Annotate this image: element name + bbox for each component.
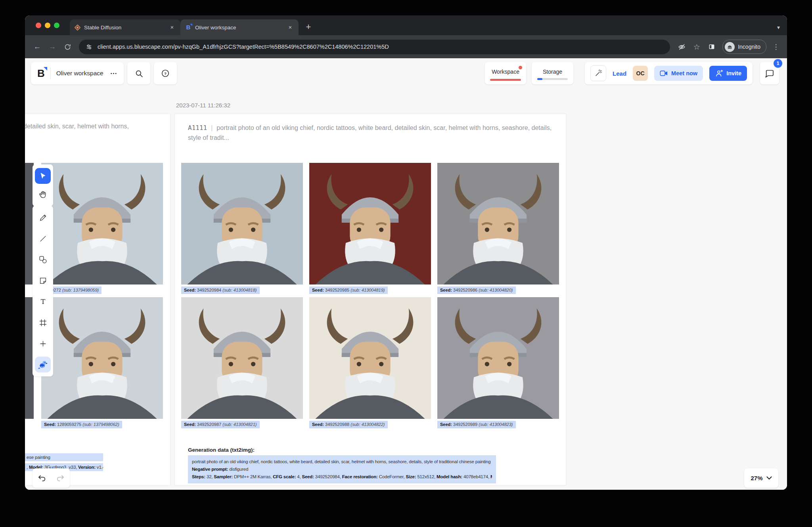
line-tool[interactable]	[35, 231, 51, 246]
pencil-icon	[38, 213, 48, 222]
incognito-badge[interactable]: Incognito	[722, 40, 766, 54]
left-card-title-fragment: detailed skin, scar, helmet with horns,	[25, 123, 129, 130]
zoom-control[interactable]: 27%	[744, 468, 778, 488]
tab-storage[interactable]: Storage	[532, 62, 573, 84]
generated-image[interactable]	[309, 297, 431, 419]
generated-image[interactable]	[41, 163, 163, 285]
seed-label[interactable]: Seed: 3492520989 (sub: 413004823)	[437, 421, 516, 428]
hand-icon	[38, 190, 48, 200]
help-button[interactable]: ?	[154, 62, 177, 84]
select-tool[interactable]	[35, 168, 51, 184]
workspace-name: Oliver workspace	[56, 70, 103, 77]
text-icon: T	[38, 297, 48, 306]
avatar[interactable]: OC	[633, 66, 648, 81]
browser-menu-icon[interactable]: ⋮	[770, 43, 781, 51]
seed-label[interactable]: Seed: 3492520986 (sub: 413004820)	[437, 286, 516, 294]
search-icon	[134, 69, 144, 78]
back-button[interactable]: ←	[31, 40, 44, 53]
shapes-icon	[38, 255, 48, 264]
seed-label[interactable]: Seed: 3492520988 (sub: 413004822)	[309, 421, 388, 428]
tab-workspace[interactable]: Workspace	[485, 62, 526, 84]
new-tab-button[interactable]: +	[303, 21, 314, 33]
pen-tool[interactable]	[35, 210, 51, 225]
viking-portrait-image	[181, 297, 303, 419]
close-window-button[interactable]	[36, 23, 41, 28]
comments-count-badge: 1	[774, 59, 782, 68]
svg-text:?: ?	[164, 71, 167, 76]
generation-data-block[interactable]: portrait photo of an old viking chief, n…	[188, 455, 496, 483]
main-generation-card[interactable]: A1111|portrait photo of an old viking ch…	[175, 114, 566, 485]
sticky-note-tool[interactable]	[35, 273, 51, 288]
collaboration-toolbar: Lead OC Meet now	[585, 62, 753, 84]
undo-button[interactable]	[37, 474, 47, 483]
screenshot-root: Stable Diffusion × B Oliver workspace × …	[0, 0, 812, 527]
workspace-switcher[interactable]: B Oliver workspace •••	[31, 62, 124, 84]
bluescape-logo: B	[37, 68, 45, 78]
seed-label[interactable]: Seed: 3492520984 (sub: 413004818)	[181, 286, 260, 294]
ai-assistant-tool[interactable]	[35, 357, 51, 372]
comments-button[interactable]: 1	[760, 62, 779, 84]
line-icon	[38, 234, 48, 243]
zoom-window-button[interactable]	[54, 23, 59, 28]
tab-stable-diffusion[interactable]: Stable Diffusion ×	[70, 19, 180, 35]
storage-tab-label: Storage	[543, 69, 562, 75]
frame-tool[interactable]	[35, 315, 51, 330]
generated-image[interactable]	[41, 297, 163, 419]
zoom-level: 27%	[751, 475, 762, 481]
text-tool[interactable]: T	[35, 294, 51, 309]
generated-image[interactable]	[437, 163, 559, 285]
meet-now-button[interactable]: Meet now	[654, 66, 703, 81]
bluescape-app: B Oliver workspace •••	[25, 58, 787, 490]
tab-title: Stable Diffusion	[84, 25, 165, 31]
incognito-icon	[725, 42, 735, 52]
generation-data-fragment: ese painting	[25, 453, 103, 461]
generated-image[interactable]	[181, 163, 303, 285]
add-tool[interactable]	[35, 336, 51, 351]
seed-label[interactable]: Seed: 3492520987 (sub: 413004821)	[181, 421, 260, 428]
address-bar[interactable]: client.apps.us.bluescape.com/pv-hzqGb_A1…	[79, 40, 670, 54]
cursor-icon	[38, 172, 47, 180]
minimize-window-button[interactable]	[45, 23, 50, 28]
search-button[interactable]	[127, 62, 150, 84]
notification-dot	[519, 66, 522, 69]
viking-portrait-image	[309, 297, 431, 419]
reload-button[interactable]	[61, 40, 74, 53]
tab-oliver-workspace[interactable]: B Oliver workspace ×	[180, 19, 299, 35]
redo-button[interactable]	[56, 474, 65, 483]
tab-title: Oliver workspace	[195, 25, 283, 31]
bluescape-favicon: B	[185, 24, 192, 31]
generated-image[interactable]	[181, 297, 303, 419]
forward-button[interactable]: →	[46, 40, 59, 53]
generation-parameters: Steps: 32, Sampler: DPM++ 2M Karras, CFG…	[192, 473, 492, 481]
generation-prompt: portrait photo of an old viking chief, n…	[192, 458, 492, 466]
seed-label[interactable]: Seed: 1289059275 (sub: 1379498062)	[41, 421, 122, 428]
laser-pointer-button[interactable]	[590, 65, 606, 81]
viking-portrait-image	[309, 163, 431, 285]
pan-tool[interactable]	[35, 187, 51, 203]
tab-close-icon[interactable]: ×	[169, 24, 176, 31]
active-tab-underline	[490, 79, 521, 81]
tab-search-icon[interactable]: ▾	[777, 24, 780, 31]
generation-data-header: Generation data (txt2img):	[188, 447, 255, 453]
bookmark-star-icon[interactable]: ☆	[690, 40, 703, 53]
site-settings-icon[interactable]	[85, 43, 93, 51]
app-header: B Oliver workspace •••	[31, 62, 779, 84]
card-timestamp: 2023-07-11 11:26:32	[176, 102, 230, 109]
side-panel-icon[interactable]	[705, 40, 718, 53]
shape-tool[interactable]	[35, 252, 51, 267]
sticky-note-icon	[38, 276, 48, 285]
tab-close-icon[interactable]: ×	[287, 24, 294, 31]
plus-icon	[38, 339, 48, 348]
seed-label[interactable]: Seed: 3492520985 (sub: 413004819)	[309, 286, 388, 294]
invite-button[interactable]: Invite	[709, 66, 747, 81]
viking-portrait-image	[181, 163, 303, 285]
password-hidden-icon[interactable]	[675, 40, 688, 53]
viking-portrait-image	[41, 297, 163, 419]
generated-image[interactable]	[309, 163, 431, 285]
viking-portrait-image	[437, 163, 559, 285]
lead-button[interactable]: Lead	[613, 70, 626, 77]
generated-image[interactable]	[437, 297, 559, 419]
invite-label: Invite	[726, 70, 741, 76]
person-add-icon	[715, 69, 723, 77]
workspace-menu-icon[interactable]: •••	[111, 71, 118, 76]
